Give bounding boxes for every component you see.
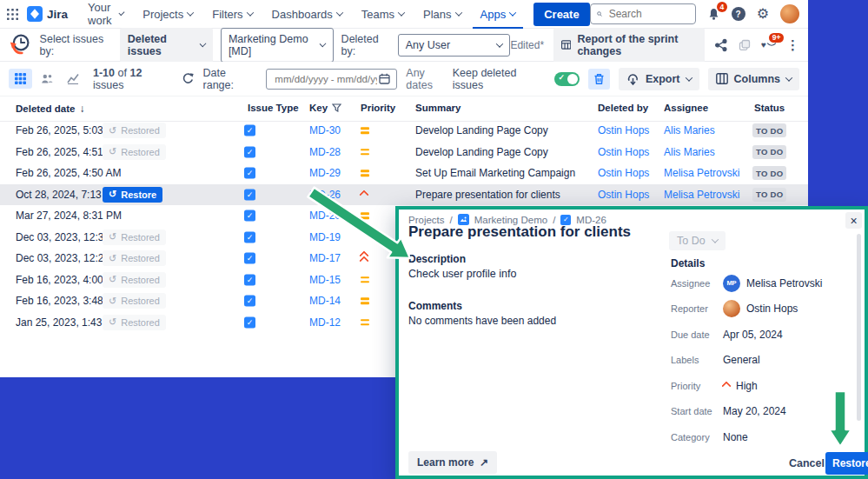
priority-medium-icon (361, 296, 369, 305)
panel-scrollbar[interactable] (857, 234, 861, 421)
status-badge: TO DO (752, 188, 786, 202)
close-icon[interactable]: × (845, 212, 862, 229)
delete-button[interactable] (588, 69, 610, 90)
chevron-down-icon (398, 9, 405, 16)
header-summary[interactable]: Summary (415, 103, 461, 113)
header-assignee[interactable]: Assignee (664, 103, 708, 113)
header-deleted-date[interactable]: Deleted date↓ (16, 103, 84, 115)
field-value: High (736, 380, 758, 392)
people-view-button[interactable] (35, 69, 58, 89)
user-avatar[interactable] (780, 4, 799, 23)
nav-plans[interactable]: Plans (415, 0, 469, 29)
external-link-icon: ↗ (480, 456, 488, 469)
project-filter-dropdown[interactable]: Marketing Demo [MD] (221, 28, 334, 63)
issue-key-link[interactable]: MD-12 (309, 316, 341, 329)
help-icon[interactable]: ? (732, 7, 745, 21)
copy-icon (738, 38, 752, 52)
assignee-link[interactable]: Alis Maries (664, 124, 715, 136)
nav-teams[interactable]: Teams (354, 0, 412, 29)
date-range-input[interactable] (273, 73, 379, 85)
columns-dropdown[interactable]: Columns (708, 68, 799, 90)
restore-button[interactable]: ↺Restore (103, 187, 162, 203)
chevron-down-icon (685, 74, 692, 81)
chart-view-button[interactable] (61, 69, 84, 89)
issue-key-link[interactable]: MD-28 (309, 146, 341, 158)
deleted-by-dropdown[interactable]: Any User (398, 34, 511, 57)
issue-key-link[interactable]: MD-29 (309, 167, 341, 179)
notifications-button[interactable]: 4 (707, 7, 720, 21)
table-row[interactable]: Feb 26, 2025, 4:51 AM↺Restored✓MD-28Deve… (0, 142, 808, 163)
edited-label: Edited* (510, 39, 544, 51)
more-actions-icon[interactable]: ⋮ (786, 37, 799, 53)
deleted-by-link[interactable]: Ostin Hops (598, 189, 649, 201)
issue-key-link[interactable]: MD-20 (309, 210, 341, 222)
keep-deleted-toggle[interactable]: ✓ (554, 72, 580, 86)
header-priority[interactable]: Priority (361, 103, 395, 113)
assignee-link[interactable]: Melisa Petrovski (664, 167, 739, 179)
chevron-down-icon (335, 9, 342, 16)
cancel-button[interactable]: Cancel (789, 457, 825, 469)
undo-icon: ↺ (109, 189, 116, 200)
issues-filter-dropdown[interactable]: Deleted issues (120, 28, 213, 63)
share-icon[interactable] (714, 38, 728, 52)
priority-high-icon (723, 383, 730, 389)
assignee-link[interactable]: Melisa Petrovski (664, 189, 739, 201)
issue-detail-panel: Projects / Marketing Demo / ✓ MD-26 × Pr… (395, 206, 868, 479)
create-button[interactable]: Create (533, 3, 589, 26)
deleted-by-link[interactable]: Ostin Hops (598, 167, 649, 179)
issue-key-link[interactable]: MD-17 (309, 252, 341, 264)
table-row[interactable]: Feb 26, 2025, 5:03 AM↺Restored✓MD-30Deve… (0, 120, 808, 142)
assignee-link[interactable]: Alis Maries (664, 146, 715, 158)
restore-button: ↺Restored (103, 230, 166, 245)
reporter-avatar (723, 300, 740, 317)
jira-logo-icon (27, 6, 43, 22)
header-status[interactable]: Status (754, 103, 785, 113)
report-table-icon (561, 39, 571, 50)
field-label: Assignee (671, 278, 723, 289)
date-range-field[interactable] (266, 69, 397, 90)
issue-key-link[interactable]: MD-26 (309, 189, 341, 201)
priority-high-icon (361, 191, 368, 198)
header-key[interactable]: Key (309, 103, 341, 113)
nav-projects[interactable]: Projects (135, 0, 201, 29)
nav-apps[interactable]: Apps (473, 0, 524, 29)
header-deleted-by[interactable]: Deleted by (598, 103, 648, 113)
feedback-heart-icon[interactable]: ♥ 9+ (761, 38, 777, 52)
issue-key-link[interactable]: MD-30 (309, 124, 341, 136)
jira-logo[interactable]: Jira (27, 6, 68, 22)
nav-dashboards[interactable]: Dashboards (264, 0, 350, 29)
table-row[interactable]: Feb 26, 2025, 4:50 AM✓MD-29Set Up Email … (0, 163, 808, 184)
field-value: Melisa Petrovski (746, 277, 822, 289)
settings-gear-icon[interactable]: ⚙ (757, 7, 769, 21)
calendar-icon (379, 73, 390, 84)
sprint-report-button[interactable]: Report of the sprint changes (553, 28, 705, 63)
sort-desc-icon[interactable]: ↓ (79, 103, 84, 115)
restore-button: ↺Restored (103, 144, 166, 160)
issue-key-link[interactable]: MD-15 (309, 274, 341, 286)
detail-field: PriorityHigh (671, 373, 858, 399)
refresh-icon[interactable] (182, 72, 195, 85)
task-type-icon: ✓ (244, 189, 255, 200)
deleted-by-link[interactable]: Ostin Hops (598, 124, 649, 136)
table-toolbar: 1-10 of 12 issues Date range: Any dates … (0, 62, 808, 96)
export-dropdown[interactable]: Export (619, 68, 699, 90)
table-row[interactable]: Oct 28, 2024, 7:13 AM↺Restore✓MD-26Prepa… (0, 184, 808, 206)
header-issue-type[interactable]: Issue Type (248, 103, 299, 113)
global-search[interactable] (590, 3, 696, 24)
detail-field: Start dateMay 20, 2024 (671, 399, 858, 425)
filter-funnel-icon[interactable] (332, 103, 341, 112)
search-input[interactable] (607, 7, 689, 21)
issue-key-link[interactable]: MD-19 (309, 231, 341, 243)
issue-key-link[interactable]: MD-14 (309, 295, 341, 307)
panel-restore-button[interactable]: Restore (825, 452, 868, 475)
nav-your-work[interactable]: Your work (80, 0, 131, 29)
priority-medium-icon (361, 169, 369, 177)
app-switcher-icon[interactable] (7, 9, 18, 20)
issue-title: Prepare presentation for clients (408, 223, 631, 241)
learn-more-button[interactable]: Learn more↗ (408, 451, 497, 474)
summary-cell: Set Up Email Marketing Campaign (415, 167, 575, 179)
task-type-icon: ✓ (244, 210, 255, 222)
table-view-button[interactable] (9, 69, 32, 89)
deleted-by-link[interactable]: Ostin Hops (598, 146, 649, 158)
nav-filters[interactable]: Filters (204, 0, 260, 29)
